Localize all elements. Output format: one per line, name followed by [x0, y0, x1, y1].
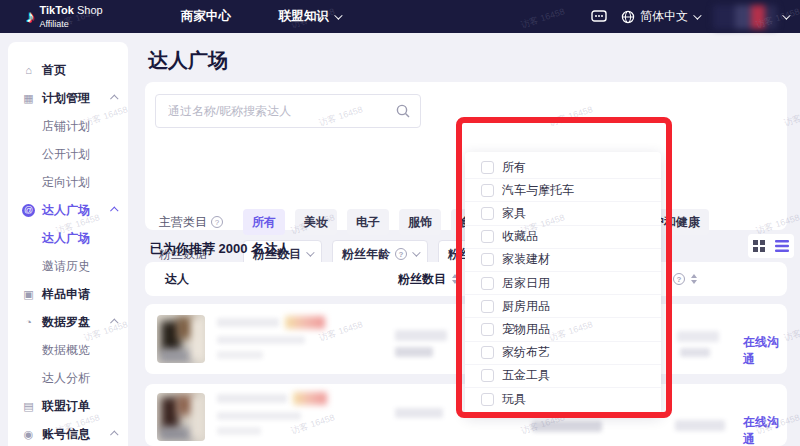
- page-title: 达人广场: [148, 47, 228, 74]
- message-icon[interactable]: [591, 10, 607, 24]
- sidebar-item-creator-analysis[interactable]: 达人分析: [8, 364, 128, 392]
- globe-icon: [621, 10, 635, 24]
- chevron-up-icon: [110, 430, 118, 438]
- checkbox[interactable]: [481, 323, 494, 336]
- chevron-down-icon: [693, 11, 701, 19]
- category-option-collectibles[interactable]: 收藏品: [465, 226, 661, 249]
- category-chip-beauty[interactable]: 美妆: [295, 209, 337, 235]
- home-icon: ⌂: [22, 64, 35, 76]
- creator-meta-blurred: [217, 427, 261, 435]
- stat-blurred: [532, 421, 602, 432]
- account-icon: ◉: [22, 428, 35, 441]
- creator-avatar-blurred: [157, 315, 205, 363]
- view-toggle: [748, 234, 794, 258]
- chat-online-link[interactable]: 在线沟通: [743, 414, 787, 446]
- category-option-toys[interactable]: 玩具: [465, 388, 661, 411]
- list-view-icon[interactable]: [775, 240, 789, 252]
- creator-meta-blurred: [217, 351, 263, 359]
- nav-merchant-center[interactable]: 商家中心: [181, 8, 231, 25]
- fans-count-blurred: [395, 347, 433, 357]
- checkbox[interactable]: [481, 161, 494, 174]
- order-icon: ▤: [22, 400, 35, 413]
- category-option-hardware-tools[interactable]: 五金工具: [465, 365, 661, 388]
- brand-word-shop: Shop: [77, 4, 103, 16]
- category-filter-label: 主营类目?: [159, 214, 223, 231]
- plan-icon: ▦: [22, 92, 35, 105]
- category-option-household[interactable]: 居家日用: [465, 272, 661, 295]
- category-chip-all[interactable]: 所有: [243, 209, 285, 235]
- creator-marketplace-icon: @: [22, 204, 35, 217]
- checkbox[interactable]: [481, 369, 494, 382]
- sidebar-item-shop-plan[interactable]: 店铺计划: [8, 112, 128, 140]
- brand-word-affiliate: Affiliate: [40, 19, 69, 29]
- sidebar-item-creator-marketplace-sub[interactable]: 达人广场: [8, 224, 128, 252]
- checkbox[interactable]: [481, 393, 494, 406]
- creator-name-blurred: [217, 318, 279, 327]
- grid-view-icon[interactable]: [753, 240, 765, 252]
- creator-meta-blurred: [217, 412, 301, 420]
- category-option-home-improvement[interactable]: 家装建材: [465, 249, 661, 272]
- column-fans-count[interactable]: 粉丝数目: [398, 271, 458, 288]
- column-partial-hidden[interactable]: ?: [673, 273, 697, 285]
- chevron-up-icon: [110, 94, 118, 102]
- sort-icon[interactable]: [691, 274, 697, 284]
- category-option-home-textiles[interactable]: 家纺布艺: [465, 342, 661, 365]
- checkbox[interactable]: [481, 184, 494, 197]
- language-selector[interactable]: 简体中文: [621, 8, 699, 25]
- chevron-up-icon: [110, 206, 118, 214]
- chevron-up-icon: [110, 318, 118, 326]
- sidebar: ⌂首页 ▦计划管理 店铺计划 公开计划 定向计划 @达人广场 达人广场 邀请历史…: [8, 42, 128, 446]
- checkbox[interactable]: [481, 230, 494, 243]
- fans-count-blurred: [395, 408, 443, 418]
- account-info-blurred[interactable]: [713, 5, 777, 29]
- info-icon: ?: [673, 273, 685, 285]
- sidebar-item-plan-management[interactable]: ▦计划管理: [8, 84, 128, 112]
- checkbox[interactable]: [481, 277, 494, 290]
- checkbox[interactable]: [481, 253, 494, 266]
- search-icon[interactable]: [396, 104, 410, 118]
- checkbox[interactable]: [481, 346, 494, 359]
- tiktok-shop-affiliate-logo[interactable]: ♪ TikTok Shop Affiliate: [26, 4, 103, 29]
- sidebar-item-creator-marketplace[interactable]: @达人广场: [8, 196, 128, 224]
- creator-meta-blurred: [217, 336, 305, 344]
- chevron-down-icon[interactable]: [782, 11, 790, 19]
- creator-badge-blurred: [293, 392, 327, 405]
- fans-count-blurred: [395, 330, 447, 341]
- sidebar-item-data-overview[interactable]: 数据概览: [8, 336, 128, 364]
- stat-blurred: [680, 348, 710, 357]
- category-chip-electronics[interactable]: 电子: [347, 209, 389, 235]
- creator-avatar-blurred: [157, 393, 205, 441]
- sidebar-item-open-plan[interactable]: 公开计划: [8, 140, 128, 168]
- info-icon: ?: [395, 248, 407, 260]
- sidebar-item-invite-history[interactable]: 邀请历史: [8, 252, 128, 280]
- checkbox[interactable]: [481, 300, 494, 313]
- compass-icon: ◔: [22, 316, 35, 328]
- checkbox[interactable]: [481, 207, 494, 220]
- chevron-down-icon: [412, 248, 420, 256]
- search-input[interactable]: [156, 104, 396, 118]
- category-option-furniture[interactable]: 家具: [465, 202, 661, 225]
- sidebar-item-data-compass[interactable]: ◔数据罗盘: [8, 308, 128, 336]
- sample-icon: ▣: [22, 288, 35, 301]
- category-option-pet-supplies[interactable]: 宠物用品: [465, 318, 661, 341]
- sidebar-item-targeted-plan[interactable]: 定向计划: [8, 168, 128, 196]
- stat-blurred: [677, 331, 719, 342]
- language-label: 简体中文: [640, 8, 688, 25]
- creator-name-blurred: [217, 394, 287, 403]
- sort-icon[interactable]: [452, 274, 458, 284]
- sidebar-item-home[interactable]: ⌂首页: [8, 56, 128, 84]
- sidebar-item-sample-request[interactable]: ▣样品申请: [8, 280, 128, 308]
- info-icon[interactable]: ?: [211, 216, 223, 228]
- sidebar-item-account-info[interactable]: ◉账号信息: [8, 420, 128, 446]
- category-chip-apparel[interactable]: 服饰: [399, 209, 441, 235]
- nav-alliance-knowledge[interactable]: 联盟知识: [279, 8, 340, 25]
- stat-blurred: [675, 420, 725, 431]
- category-option-auto-moto[interactable]: 汽车与摩托车: [465, 179, 661, 202]
- category-option-kitchen[interactable]: 厨房用品: [465, 295, 661, 318]
- sidebar-item-alliance-orders[interactable]: ▤联盟订单: [8, 392, 128, 420]
- column-creator[interactable]: 达人: [165, 271, 189, 288]
- chat-online-link[interactable]: 在线沟通: [743, 334, 787, 368]
- category-dropdown-panel: 所有 汽车与摩托车 家具 收藏品 家装建材 居家日用 厨房用品 宠物用品 家纺布…: [465, 152, 661, 415]
- category-option-all[interactable]: 所有: [465, 156, 661, 179]
- creator-search: [155, 94, 421, 128]
